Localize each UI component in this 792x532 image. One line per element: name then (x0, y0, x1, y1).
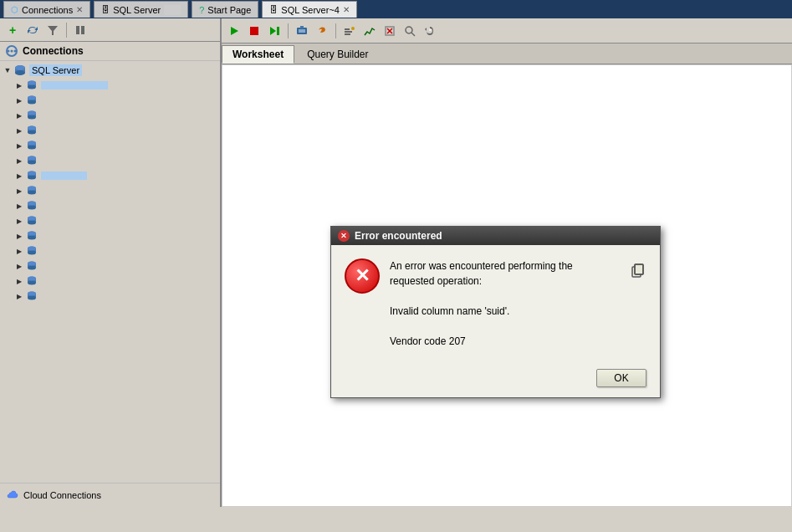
expand-icon[interactable]: ▶ (13, 230, 25, 242)
list-item[interactable]: ▶ (13, 258, 218, 274)
tab-worksheet[interactable]: Worksheet (222, 45, 294, 64)
list-item[interactable]: ▶ (13, 198, 218, 213)
connections-icon: ⬡ (11, 5, 18, 14)
dialog-body: ✕ An error was encountered performing th… (331, 245, 660, 362)
startpage-icon: ? (199, 5, 204, 15)
autotrace-btn[interactable] (360, 22, 379, 40)
error-x-icon: ✕ (345, 258, 380, 294)
svg-point-50 (28, 217, 36, 221)
expand-icon[interactable]: ▶ (13, 215, 25, 227)
svg-point-69 (28, 296, 36, 300)
tree-children: ▶ ▶ ▶ ▶ ▶ (2, 78, 218, 304)
expand-icon (74, 24, 86, 36)
expand-icon[interactable]: ▶ (13, 140, 25, 151)
add-connection-btn[interactable]: + (3, 21, 22, 39)
svg-point-58 (28, 247, 36, 251)
filter-icon (47, 24, 59, 36)
expand-icon[interactable]: ▶ (13, 260, 25, 272)
search-icon (404, 25, 416, 37)
expand-icon[interactable]: ▶ (13, 200, 25, 212)
svg-rect-76 (299, 29, 305, 33)
list-item[interactable]: ▶ (13, 108, 218, 123)
expand-icon[interactable]: ▶ (13, 155, 25, 166)
dialog-titlebar: ✕ Error encountered (331, 227, 660, 245)
rollback-btn[interactable] (313, 22, 331, 40)
expand-icon[interactable]: ▶ (13, 290, 25, 302)
db-icon (25, 259, 38, 273)
connections-title: Connections (23, 45, 84, 57)
db-icon (25, 274, 38, 288)
step-btn[interactable] (265, 22, 284, 40)
svg-rect-79 (345, 31, 352, 33)
cloud-connections[interactable]: Cloud Connections (0, 483, 220, 507)
connections-tree[interactable]: ▼ SQL Server ▶ (0, 61, 220, 483)
expand-icon[interactable]: ▶ (13, 95, 25, 106)
list-item[interactable]: ▶ (13, 183, 218, 198)
db-icon (25, 229, 38, 243)
expand-icon[interactable]: ▶ (13, 245, 25, 257)
db-icon (25, 244, 38, 258)
list-item[interactable]: ▶ (13, 274, 218, 289)
explain-btn[interactable] (340, 22, 359, 40)
svg-point-13 (28, 85, 36, 90)
svg-point-37 (28, 176, 36, 180)
svg-point-10 (15, 65, 25, 70)
list-item[interactable]: ▶ (13, 138, 218, 153)
run-btn[interactable] (225, 22, 243, 40)
expand-icon[interactable]: ▶ (13, 170, 25, 182)
svg-point-53 (28, 236, 36, 240)
tab-sqlserver[interactable]: 🗄 SQL Server (94, 1, 188, 18)
rollback-icon (316, 25, 328, 37)
expand-icon[interactable]: ▶ (13, 185, 25, 197)
svg-point-6 (14, 50, 17, 53)
list-item[interactable]: ▶ (13, 243, 218, 258)
tab-query-builder[interactable]: Query Builder (296, 45, 379, 64)
ok-button[interactable]: OK (596, 369, 646, 387)
commit-btn[interactable] (293, 22, 311, 40)
db-icon (25, 109, 38, 122)
list-item[interactable]: ▶ (13, 228, 218, 243)
history-icon (424, 25, 436, 37)
cloud-connections-label: Cloud Connections (23, 490, 101, 500)
left-toolbar: + (0, 18, 220, 42)
expand-btn[interactable] (71, 21, 89, 39)
cloud-icon (7, 489, 20, 502)
expand-icon[interactable]: ▶ (13, 79, 25, 91)
db-icon (25, 199, 38, 212)
close-connections-icon[interactable]: ✕ (76, 5, 83, 14)
list-item[interactable]: ▶ (13, 93, 218, 108)
refresh-btn[interactable] (23, 21, 42, 39)
expand-icon[interactable]: ▶ (13, 125, 25, 136)
history-btn[interactable] (421, 22, 439, 40)
stop-icon (248, 25, 260, 37)
copy-icon[interactable] (630, 262, 646, 279)
tab-startpage[interactable]: ? Start Page (192, 1, 258, 18)
svg-rect-2 (81, 26, 84, 34)
dialog-msg-line1: An error was encountered performing the (390, 260, 573, 272)
expand-icon[interactable]: ▶ (13, 275, 25, 287)
list-item[interactable]: ▶ (13, 213, 218, 228)
sep1 (288, 23, 289, 38)
plus-icon: + (9, 23, 16, 37)
tab-connections[interactable]: ⬡ Connections ✕ (3, 1, 90, 18)
explain-icon (344, 25, 355, 37)
tree-root[interactable]: ▼ SQL Server (2, 63, 218, 78)
root-expand-icon[interactable]: ▼ (2, 64, 13, 76)
db-icon (25, 124, 38, 137)
svg-point-34 (28, 156, 36, 161)
filter-btn[interactable] (43, 21, 62, 39)
close-sqlserver4-icon[interactable]: ✕ (343, 5, 350, 14)
list-item[interactable]: ▶ (13, 123, 218, 138)
root-db-icon (13, 64, 27, 77)
db-icon (25, 94, 38, 107)
list-item[interactable]: ▶ (13, 289, 218, 304)
svg-point-26 (28, 126, 36, 130)
tab-sqlserver4[interactable]: 🗄 SQL Server~4 ✕ (262, 1, 357, 18)
expand-icon[interactable]: ▶ (13, 110, 25, 121)
find-btn[interactable] (401, 22, 419, 40)
clear-btn[interactable] (381, 22, 399, 40)
list-item[interactable]: ▶ (13, 168, 218, 183)
stop-btn[interactable] (245, 22, 263, 40)
list-item[interactable]: ▶ (13, 78, 218, 93)
list-item[interactable]: ▶ (13, 153, 218, 168)
